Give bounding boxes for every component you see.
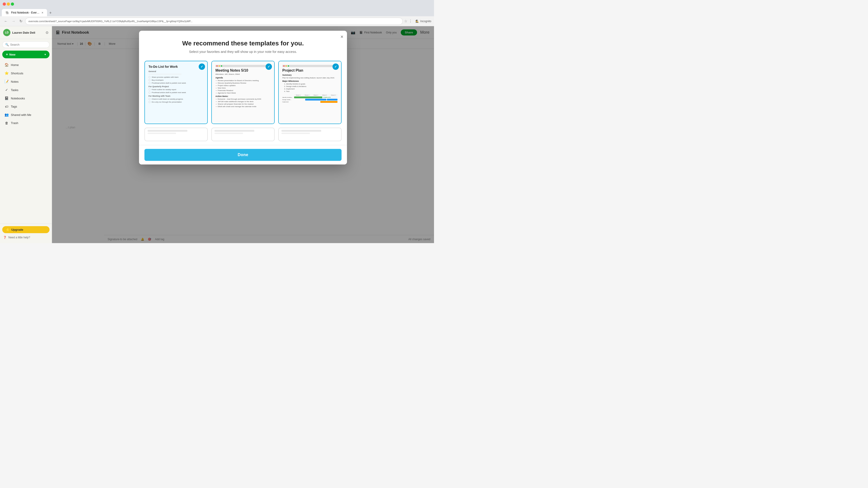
browser-max-btn[interactable] (11, 2, 14, 6)
tab-bar: 🐘 First Notebook - Evernote × + (0, 8, 434, 16)
todo-item-text-1: Share process updates with team (152, 76, 179, 78)
back-btn[interactable]: ← (3, 18, 9, 24)
avatar[interactable]: LD (3, 29, 10, 36)
modal-close-button[interactable]: × (340, 34, 343, 39)
sidebar-item-home[interactable]: 🏠 Home (1, 61, 51, 69)
template-card-partial-3[interactable] (278, 128, 342, 141)
sidebar-item-shortcuts[interactable]: ⭐ Shortcuts (1, 69, 51, 77)
sidebar-item-notes[interactable]: 📝 Notes (1, 77, 51, 86)
browser-min-btn[interactable] (7, 2, 10, 6)
upgrade-button[interactable]: 🌟 Upgrade (2, 226, 50, 233)
meeting-attendees: Attendees: Jeff, Sharon, Elliott (215, 73, 271, 75)
sidebar: LD Lauren Dale Deli ⚙ 🔍 + New ▾ 🏠 Home ⭐… (0, 26, 52, 243)
meeting-agenda: Agenda (215, 76, 271, 79)
avatar-initials: LD (5, 31, 8, 34)
todo-item-4: Finish outline for weekly report (149, 89, 204, 91)
todo-label: General (149, 70, 204, 72)
todo-item-3: Proofread article draft to publish next … (149, 82, 204, 84)
modal-subtitle: Select your favorites and they will show… (148, 50, 338, 54)
active-tab[interactable]: 🐘 First Notebook - Evernote × (2, 9, 47, 16)
todo-item-1: Share process updates with team (149, 76, 204, 78)
template-card-meeting[interactable]: ✓ Meeting Notes 5/10 Attendees: Jeff, Sh… (211, 61, 275, 124)
todo-item-text-6: Check in with team on weekly progress (152, 98, 183, 100)
sidebar-item-label: Notebooks (11, 97, 25, 100)
project-milestone-3: 3. Implement (282, 88, 338, 90)
sidebar-item-label: Shortcuts (11, 72, 23, 75)
incognito-icon: 🕵 (415, 20, 419, 23)
shared-icon: 👥 (4, 113, 8, 117)
sidebar-item-trash[interactable]: 🗑 Trash (1, 119, 51, 127)
modal-overlay[interactable]: × We recommend these templates for you. … (52, 26, 434, 243)
meeting-action: Action Items: (215, 95, 271, 97)
meeting-check-badge: ✓ (266, 64, 272, 70)
trash-icon: 🗑 (4, 121, 8, 125)
gantt-row-1: Identify timeline... COMPLETE (282, 96, 338, 98)
address-bar[interactable]: evernote.com/client/web?_sourcePage=ze9b… (25, 18, 403, 25)
shortcuts-icon: ⭐ (4, 71, 8, 75)
todo-section-3: For Meeting with Team (149, 95, 204, 97)
sidebar-item-label: Trash (11, 121, 18, 125)
todo-item-6: Check in with team on weekly progress (149, 98, 204, 100)
new-button[interactable]: + New ▾ (2, 51, 50, 58)
search-bar[interactable]: 🔍 (2, 41, 50, 48)
tab-close-btn[interactable]: × (41, 11, 43, 14)
todo-check-badge: ✓ (199, 64, 205, 70)
forward-btn[interactable]: → (10, 18, 17, 24)
template-card-partial-1[interactable] (145, 128, 208, 141)
notebooks-icon: 📓 (4, 96, 8, 100)
sidebar-item-tasks[interactable]: ✓ Tasks (1, 86, 51, 94)
help-label: Need a little help? (8, 236, 30, 239)
incognito-badge: 🕵 Incognito (415, 20, 431, 23)
browser-close-btn[interactable] (3, 2, 6, 6)
bookmark-icon: ☆ (404, 19, 407, 23)
upgrade-icon: 🌟 (6, 228, 9, 231)
sidebar-item-notebooks[interactable]: 📓 Notebooks (1, 94, 51, 102)
todo-title: To-Do List for Work (149, 65, 204, 68)
done-button[interactable]: Done (145, 149, 342, 161)
template-grid: ✓ To-Do List for Work General Share proc… (145, 61, 342, 124)
url-text: evernote.com/client/web?_sourcePage=ze9b… (29, 20, 193, 23)
search-input[interactable] (10, 43, 48, 46)
user-name: Lauren Dale Deli (12, 31, 43, 34)
project-milestone-1: 1. Identify timeline & goals (282, 83, 338, 85)
project-milestone-2: 2. Design drafts & iterations (282, 86, 338, 88)
gantt-chart: Week 1 Week 2 Week 3 Week 4 Week 5 Ident… (282, 94, 338, 103)
modal-header: We recommend these templates for you. Se… (139, 31, 347, 57)
sidebar-item-tags[interactable]: 🏷 Tags (1, 103, 51, 110)
todo-item-text-4: Finish outline for weekly report (152, 89, 176, 91)
meeting-bullet-1: Review presentation for Board of Directo… (215, 79, 271, 82)
template-modal: × We recommend these templates for you. … (139, 31, 347, 164)
todo-item-5: Proofread article draft to publish next … (149, 92, 204, 94)
gantt-row-3: Implement (282, 101, 338, 103)
help-item[interactable]: ❓ Need a little help? (2, 234, 50, 241)
sidebar-item-label: Home (11, 63, 19, 67)
project-check-badge: ✓ (333, 64, 339, 70)
notes-icon: 📝 (4, 79, 8, 84)
template-card-partial-2[interactable] (211, 128, 275, 141)
gantt-row-2: Design drafts... (282, 99, 338, 101)
sidebar-item-label: Tags (11, 105, 17, 108)
refresh-btn[interactable]: ↻ (18, 18, 24, 24)
meeting-action-3: Sharon will prepare financials for the r… (215, 103, 271, 105)
browser-titlebar (0, 0, 434, 8)
browser-menu-icon: ⋮ (409, 19, 412, 23)
search-icon: 🔍 (5, 43, 9, 46)
todo-item-text-2: Buy envelopes (152, 79, 163, 81)
todo-item-2: Buy envelopes (149, 79, 204, 81)
sidebar-item-label: Tasks (11, 88, 18, 92)
sidebar-item-label: Shared with Me (11, 113, 31, 117)
template-card-todo[interactable]: ✓ To-Do List for Work General Share proc… (145, 61, 208, 124)
project-summary-label: Summary (282, 74, 338, 76)
meeting-action-2: Jeff will make additional changes to the… (215, 101, 271, 103)
sidebar-header: LD Lauren Dale Deli ⚙ (0, 26, 52, 39)
tasks-icon: ✓ (4, 88, 8, 92)
sidebar-item-shared[interactable]: 👥 Shared with Me (1, 111, 51, 119)
new-tab-btn[interactable]: + (48, 10, 54, 16)
incognito-label: Incognito (420, 20, 431, 23)
meeting-bullet-6: Agenda for Next Week (215, 92, 271, 94)
settings-icon[interactable]: ⚙ (45, 31, 49, 35)
tab-favicon: 🐘 (5, 11, 9, 14)
meeting-action-1: Everyone - read through and leave commen… (215, 98, 271, 100)
todo-item-text-3: Proofread article draft to publish next … (152, 82, 186, 84)
template-card-project[interactable]: ✓ Project Plan Summary Plan for implemen… (278, 61, 342, 124)
